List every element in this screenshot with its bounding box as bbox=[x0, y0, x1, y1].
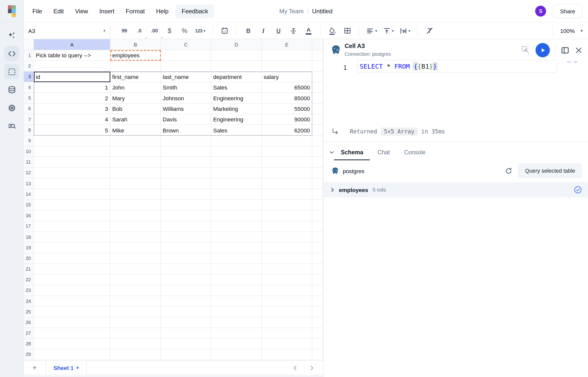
cell-C16[interactable] bbox=[161, 210, 211, 221]
cell-A14[interactable] bbox=[34, 189, 110, 200]
cell-A22[interactable] bbox=[34, 274, 110, 285]
cell-B27[interactable] bbox=[110, 328, 161, 339]
cell-B11[interactable] bbox=[110, 157, 161, 168]
cell-E5[interactable]: 85000 bbox=[262, 93, 312, 104]
breadcrumb-team[interactable]: My Team bbox=[279, 8, 304, 15]
table-selected-check-icon[interactable] bbox=[574, 186, 582, 194]
cell-C4[interactable]: Smith bbox=[161, 82, 211, 93]
row-header-11[interactable]: 11 bbox=[24, 157, 34, 168]
cell-E9[interactable] bbox=[262, 136, 312, 147]
cell-C26[interactable] bbox=[161, 317, 211, 328]
cell-D7[interactable]: Engineering bbox=[211, 114, 262, 125]
cell-E4[interactable]: 65000 bbox=[262, 82, 312, 93]
cell-F21[interactable] bbox=[312, 264, 323, 275]
cell-E23[interactable] bbox=[262, 285, 312, 296]
cell-A17[interactable] bbox=[34, 221, 110, 232]
cell-D25[interactable] bbox=[211, 307, 262, 317]
cell-E8[interactable]: 62000 bbox=[262, 125, 312, 136]
cell-C28[interactable] bbox=[161, 339, 211, 349]
cell-B7[interactable]: Sarah bbox=[110, 114, 161, 125]
cell-F12[interactable] bbox=[312, 168, 323, 178]
collapse-tabs-icon[interactable] bbox=[324, 149, 340, 156]
cell-E28[interactable] bbox=[262, 339, 312, 349]
cell-C25[interactable] bbox=[161, 307, 211, 317]
row-header-12[interactable]: 12 bbox=[24, 168, 34, 178]
cell-B8[interactable]: Mike bbox=[110, 125, 161, 136]
cell-A6[interactable]: 3 bbox=[34, 104, 110, 114]
cell-B18[interactable] bbox=[110, 232, 161, 243]
cell-B17[interactable] bbox=[110, 221, 161, 232]
minimap[interactable]: SELECT * FROM {{B1}} bbox=[567, 62, 578, 64]
sheet-tab[interactable]: Sheet 1 ▾ bbox=[46, 361, 87, 375]
cell-E10[interactable] bbox=[262, 146, 312, 157]
cell-A16[interactable] bbox=[34, 210, 110, 221]
cell-C18[interactable] bbox=[161, 232, 211, 243]
cell-E20[interactable] bbox=[262, 253, 312, 264]
row-header-5[interactable]: 5 bbox=[24, 93, 34, 104]
refresh-schema-icon[interactable] bbox=[505, 167, 513, 175]
menu-item-help[interactable]: Help bbox=[152, 5, 172, 18]
cell-F28[interactable] bbox=[312, 339, 323, 349]
menu-item-insert[interactable]: Insert bbox=[95, 5, 119, 18]
app-logo[interactable] bbox=[0, 0, 23, 23]
cell-D24[interactable] bbox=[211, 296, 262, 307]
cell-F16[interactable] bbox=[312, 210, 323, 221]
row-header-22[interactable]: 22 bbox=[24, 274, 34, 285]
cell-D28[interactable] bbox=[211, 339, 262, 349]
cell-E17[interactable] bbox=[262, 221, 312, 232]
cell-A11[interactable] bbox=[34, 157, 110, 168]
cell-C17[interactable] bbox=[161, 221, 211, 232]
cell-F19[interactable] bbox=[312, 243, 323, 253]
row-header-2[interactable]: 2 bbox=[24, 61, 34, 72]
cell-B22[interactable] bbox=[110, 274, 161, 285]
ai-sparkles-icon[interactable] bbox=[4, 28, 19, 43]
cell-D16[interactable] bbox=[211, 210, 262, 221]
cell-B28[interactable] bbox=[110, 339, 161, 349]
strikethrough-button[interactable] bbox=[288, 25, 299, 37]
cell-D26[interactable] bbox=[211, 317, 262, 328]
cell-F11[interactable] bbox=[312, 157, 323, 168]
clear-formatting-button[interactable] bbox=[424, 25, 435, 37]
run-query-button[interactable] bbox=[536, 43, 550, 57]
tab-console[interactable]: Console bbox=[403, 145, 426, 160]
cell-A8[interactable]: 5 bbox=[34, 125, 110, 136]
cell-C7[interactable]: Davis bbox=[161, 114, 211, 125]
cell-F22[interactable] bbox=[312, 274, 323, 285]
cell-F26[interactable] bbox=[312, 317, 323, 328]
cell-C23[interactable] bbox=[161, 285, 211, 296]
tab-chat[interactable]: Chat bbox=[377, 145, 391, 160]
cell-D2[interactable] bbox=[211, 61, 262, 72]
cell-A29[interactable] bbox=[34, 349, 110, 360]
cell-D27[interactable] bbox=[211, 328, 262, 339]
feedback-button[interactable]: Feedback bbox=[176, 4, 214, 18]
cell-F23[interactable] bbox=[312, 285, 323, 296]
row-header-1[interactable]: 1 bbox=[24, 50, 34, 61]
number-format-menu-button[interactable]: 123 ▾ bbox=[194, 25, 207, 37]
row-header-27[interactable]: 27 bbox=[24, 328, 34, 339]
row-header-6[interactable]: 6 bbox=[24, 104, 34, 114]
menu-item-edit[interactable]: Edit bbox=[49, 5, 68, 18]
row-header-28[interactable]: 28 bbox=[24, 339, 34, 349]
cell-E14[interactable] bbox=[262, 189, 312, 200]
chevron-right-icon[interactable] bbox=[330, 187, 335, 193]
cell-B24[interactable] bbox=[110, 296, 161, 307]
number-format-button[interactable]: 99 bbox=[119, 25, 130, 37]
cell-A3[interactable]: id bbox=[34, 72, 110, 82]
cell-F17[interactable] bbox=[312, 221, 323, 232]
cell-C13[interactable] bbox=[161, 178, 211, 189]
currency-format-button[interactable]: $ bbox=[164, 25, 175, 37]
underline-button[interactable]: U bbox=[273, 25, 284, 37]
cell-E25[interactable] bbox=[262, 307, 312, 317]
cell-B25[interactable] bbox=[110, 307, 161, 317]
cell-B4[interactable]: John bbox=[110, 82, 161, 93]
cell-C21[interactable] bbox=[161, 264, 211, 275]
row-header-18[interactable]: 18 bbox=[24, 232, 34, 243]
cell-D9[interactable] bbox=[211, 136, 262, 147]
cell-A5[interactable]: 2 bbox=[34, 93, 110, 104]
cell-C9[interactable] bbox=[161, 136, 211, 147]
cell-D3[interactable]: department bbox=[211, 72, 262, 82]
row-header-9[interactable]: 9 bbox=[24, 136, 34, 147]
cell-B2[interactable] bbox=[110, 61, 161, 72]
cell-E2[interactable] bbox=[262, 61, 312, 72]
cell-E6[interactable]: 55000 bbox=[262, 104, 312, 114]
